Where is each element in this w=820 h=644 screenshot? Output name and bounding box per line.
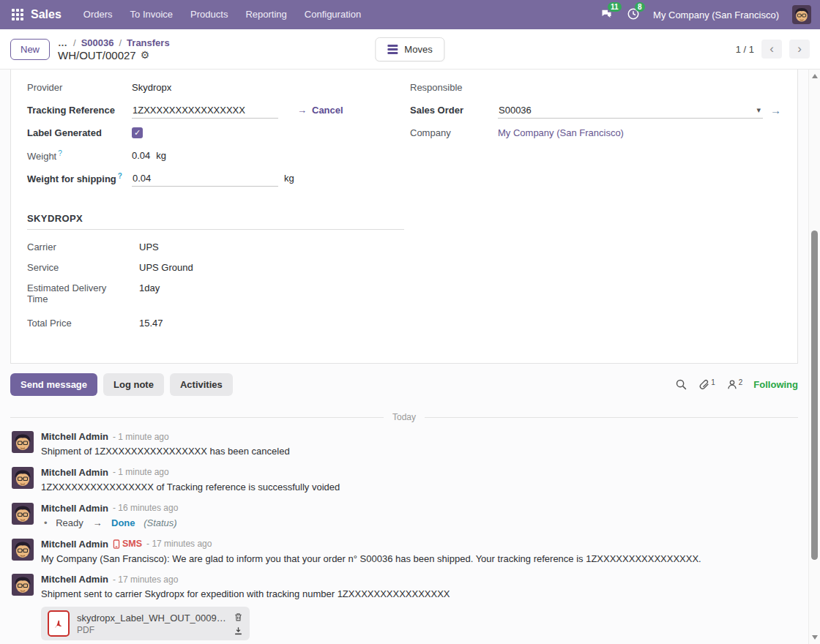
phone-icon (113, 539, 120, 549)
moves-label: Moves (404, 44, 432, 55)
avatar[interactable] (12, 431, 34, 453)
scrollbar-up-arrow[interactable] (812, 74, 818, 78)
gear-icon[interactable]: ⚙ (141, 49, 150, 61)
message-author[interactable]: Mitchell Admin (41, 467, 108, 478)
field-label-generated: Label Generated ✓ (27, 121, 376, 144)
tracking-reference-input[interactable] (132, 102, 278, 119)
weight-for-shipping-unit: kg (284, 173, 294, 184)
avatar[interactable] (12, 467, 34, 489)
activities-button[interactable]: Activities (170, 373, 233, 396)
help-marker[interactable]: ? (118, 172, 122, 180)
paperclip-icon (698, 378, 710, 391)
pager-next-button[interactable]: › (789, 40, 810, 59)
message-body: 1ZXXXXXXXXXXXXXXXX of Tracking reference… (41, 481, 797, 495)
attachments-count: 1 (711, 378, 715, 386)
messages-menu[interactable]: 11 (600, 7, 614, 23)
field-estimated-delivery-time: Estimated Delivery Time 1day (27, 282, 404, 304)
caret-down-icon[interactable]: ▾ (754, 105, 763, 115)
scrollbar-thumb[interactable] (811, 231, 818, 560)
pager-previous-button[interactable]: ‹ (761, 40, 782, 59)
search-messages-button[interactable] (675, 378, 687, 391)
followers-button[interactable]: 2 (726, 378, 743, 391)
nav-item-to-invoice[interactable]: To Invoice (122, 0, 182, 29)
cancel-shipment-button[interactable]: → Cancel (297, 105, 343, 116)
content-area: Provider Skydropx Tracking Reference → C… (0, 70, 820, 644)
breadcrumb-separator: / (119, 37, 122, 48)
sms-tag: SMS (113, 539, 142, 549)
user-company-switcher[interactable]: My Company (San Francisco) (653, 10, 779, 20)
arrow-right-icon: → (297, 105, 307, 116)
internal-link-arrow-icon[interactable]: → (770, 104, 781, 116)
nav-item-products[interactable]: Products (182, 0, 236, 29)
message-author[interactable]: Mitchell Admin (41, 539, 108, 550)
user-avatar[interactable] (792, 5, 811, 24)
tracking-new-value: Done (111, 517, 135, 528)
field-carrier: Carrier UPS (27, 242, 404, 252)
message-tracking-change: • Ready → Done (Status) (41, 517, 797, 531)
message-author[interactable]: Mitchell Admin (41, 574, 108, 585)
total-price-value: 15.47 (139, 318, 163, 329)
date-divider-label: Today (392, 412, 416, 422)
apps-menu-icon[interactable] (12, 9, 23, 20)
nav-item-reporting[interactable]: Reporting (236, 0, 295, 29)
person-icon (726, 378, 738, 391)
tracking-field-name: (Status) (144, 517, 177, 528)
company-link[interactable]: My Company (San Francisco) (498, 127, 624, 138)
chatter-message: Mitchell Admin - 16 minutes ago • Ready … (10, 501, 798, 532)
field-tracking-reference: Tracking Reference → Cancel (27, 99, 376, 121)
avatar[interactable] (12, 574, 34, 596)
scrollbar-down-arrow[interactable] (812, 635, 818, 640)
field-company: Company My Company (San Francisco) (410, 121, 781, 144)
section-title: SKYDROPX (27, 213, 404, 230)
log-note-button[interactable]: Log note (103, 373, 164, 396)
avatar[interactable] (12, 503, 34, 525)
activities-menu[interactable]: 8 (627, 7, 640, 23)
field-weight-for-shipping: Weight for shipping? kg (27, 167, 376, 190)
attachment-filename[interactable]: skydropx_Label_WH_OUT_00093.pdf (77, 613, 226, 624)
message-time: - 1 minute ago (113, 467, 169, 477)
estimated-delivery-value: 1day (139, 282, 160, 293)
field-provider: Provider Skydropx (27, 76, 376, 99)
download-attachment-button[interactable] (234, 626, 243, 636)
avatar[interactable] (12, 539, 34, 561)
delete-attachment-button[interactable] (234, 612, 243, 622)
moves-smart-button[interactable]: Moves (375, 37, 444, 61)
field-label: Carrier (27, 242, 139, 252)
message-author[interactable]: Mitchell Admin (41, 503, 108, 514)
following-toggle[interactable]: Following (753, 379, 798, 390)
vertical-scrollbar[interactable] (808, 70, 820, 644)
breadcrumb: … / S00036 / Transfers WH/OUT/00027 ⚙ (58, 37, 170, 61)
nav-item-orders[interactable]: Orders (75, 0, 122, 29)
field-label: Estimated Delivery Time (27, 282, 139, 304)
breadcrumb-separator: / (73, 37, 76, 48)
bullet-icon: • (44, 517, 48, 528)
field-label: Tracking Reference (27, 105, 132, 116)
message-body: Shipment sent to carrier Skydropx for ex… (41, 588, 797, 602)
breadcrumb-collapsed[interactable]: … (58, 37, 68, 48)
field-sales-order: Sales Order ▾ → (410, 99, 781, 121)
message-time: - 17 minutes ago (113, 574, 178, 585)
top-navbar: Sales Orders To Invoice Products Reporti… (0, 0, 820, 29)
send-message-button[interactable]: Send message (10, 373, 97, 396)
message-author[interactable]: Mitchell Admin (41, 431, 108, 442)
new-button[interactable]: New (10, 39, 50, 60)
tracking-old-value: Ready (56, 517, 83, 528)
field-label: Label Generated (27, 127, 132, 138)
attachment-card[interactable]: skydropx_Label_WH_OUT_00093.pdf PDF (41, 607, 250, 640)
check-icon: ✓ (134, 128, 141, 138)
breadcrumb-link-sale-order[interactable]: S00036 (81, 37, 114, 48)
message-time: - 1 minute ago (113, 432, 169, 442)
breadcrumb-link-transfers[interactable]: Transfers (127, 37, 170, 48)
chatter-message: Mitchell Admin - 17 minutes ago Shipment… (10, 572, 798, 642)
sales-order-input[interactable] (498, 102, 754, 118)
app-name[interactable]: Sales (31, 8, 61, 21)
nav-item-configuration[interactable]: Configuration (296, 0, 370, 29)
message-time: - 16 minutes ago (113, 503, 178, 513)
weight-for-shipping-input[interactable] (132, 171, 278, 187)
messages-badge: 11 (608, 2, 622, 12)
field-responsible: Responsible (410, 76, 781, 99)
label-generated-checkbox[interactable]: ✓ (132, 127, 143, 138)
attachments-button[interactable]: 1 (698, 378, 715, 391)
field-label: Weight for shipping? (27, 172, 132, 184)
help-marker[interactable]: ? (58, 149, 62, 157)
